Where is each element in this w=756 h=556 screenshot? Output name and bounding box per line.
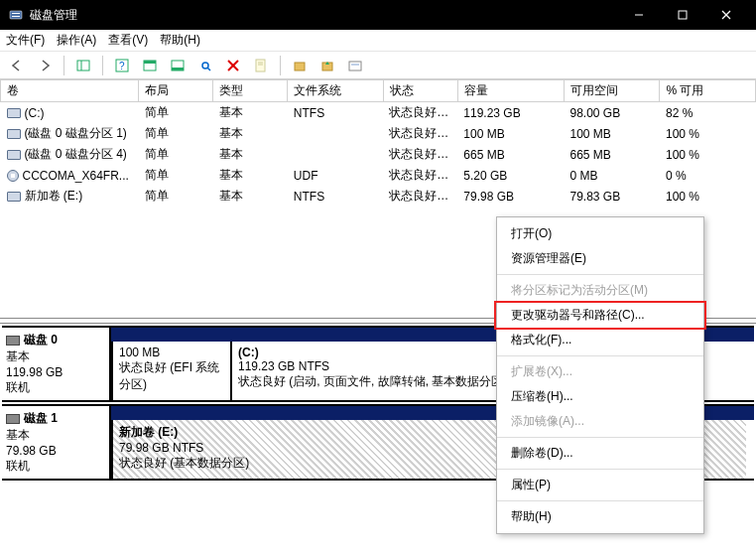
action1-button[interactable] (289, 55, 311, 76)
svg-rect-1 (12, 13, 20, 14)
ctx-open[interactable]: 打开(O) (497, 221, 703, 246)
minimize-button[interactable] (617, 0, 661, 30)
properties-button[interactable] (250, 55, 272, 76)
back-button[interactable] (6, 55, 28, 76)
action3-button[interactable] (344, 55, 366, 76)
ctx-explorer[interactable]: 资源管理器(E) (497, 246, 703, 271)
volume-capacity: 665 MB (457, 144, 564, 165)
volume-percent: 100 % (660, 123, 756, 144)
table-row[interactable]: CCCOMA_X64FR...简单基本UDF状态良好 (...5.20 GB0 … (1, 165, 756, 186)
col-capacity[interactable]: 容量 (457, 80, 564, 102)
volume-fs: NTFS (288, 186, 383, 207)
forward-button[interactable] (34, 55, 56, 76)
show-hide-tree-button[interactable] (72, 55, 94, 76)
cd-icon (7, 170, 19, 182)
volume-status: 状态良好 (... (383, 123, 457, 144)
volume-type: 基本 (213, 165, 288, 186)
disk-icon (7, 129, 21, 139)
disk-icon (6, 414, 20, 424)
toolbar-separator (280, 56, 281, 75)
svg-rect-12 (144, 61, 156, 64)
col-layout[interactable]: 布局 (139, 80, 213, 102)
menu-help[interactable]: 帮助(H) (160, 32, 200, 49)
table-row[interactable]: (C:)简单基本NTFS状态良好 (...119.23 GB98.00 GB82… (1, 102, 756, 124)
volume-name: 新加卷 (E:) (25, 189, 83, 203)
ctx-separator (497, 355, 703, 356)
volume-layout: 简单 (139, 165, 213, 186)
ctx-extend: 扩展卷(X)... (497, 359, 703, 384)
svg-text:?: ? (119, 61, 125, 71)
ctx-change-drive-letter[interactable]: 更改驱动器号和路径(C)... (497, 303, 703, 328)
volume-free: 79.83 GB (565, 186, 660, 207)
svg-rect-0 (10, 11, 22, 19)
volume-name: CCCOMA_X64FR... (23, 169, 129, 183)
volume-type: 基本 (213, 186, 288, 207)
partition[interactable]: 100 MB状态良好 (EFI 系统分区) (111, 342, 230, 400)
disk-icon (6, 336, 20, 346)
volume-type: 基本 (213, 102, 288, 124)
volume-layout: 简单 (139, 186, 213, 207)
volume-free: 0 MB (565, 165, 660, 186)
disk-status: 联机 (6, 379, 105, 396)
disk-info[interactable]: 磁盘 0基本119.98 GB联机 (2, 328, 111, 400)
volume-layout: 简单 (139, 144, 213, 165)
volume-capacity: 100 MB (457, 123, 564, 144)
disk-type: 基本 (6, 348, 105, 365)
disk-icon (7, 192, 21, 202)
view-bottom-button[interactable] (167, 55, 189, 76)
menu-action[interactable]: 操作(A) (57, 32, 96, 49)
ctx-format[interactable]: 格式化(F)... (497, 328, 703, 352)
context-menu: 打开(O) 资源管理器(E) 将分区标记为活动分区(M) 更改驱动器号和路径(C… (496, 216, 704, 534)
ctx-properties[interactable]: 属性(P) (497, 473, 703, 497)
menu-view[interactable]: 查看(V) (108, 32, 148, 49)
partition-size: 100 MB (119, 346, 224, 359)
volume-percent: 82 % (660, 102, 756, 124)
col-type[interactable]: 类型 (213, 80, 288, 102)
delete-button[interactable] (222, 55, 244, 76)
table-row[interactable]: 新加卷 (E:)简单基本NTFS状态良好 (...79.98 GB79.83 G… (1, 186, 756, 207)
disk-info[interactable]: 磁盘 1基本79.98 GB联机 (2, 406, 111, 479)
volume-free: 665 MB (565, 144, 660, 165)
svg-rect-22 (295, 63, 305, 70)
close-button[interactable] (704, 0, 748, 30)
settings-button[interactable] (194, 55, 216, 76)
col-filesystem[interactable]: 文件系统 (288, 80, 383, 102)
ctx-help[interactable]: 帮助(H) (497, 504, 703, 529)
table-row[interactable]: (磁盘 0 磁盘分区 4)简单基本状态良好 (...665 MB665 MB10… (1, 144, 756, 165)
volume-status: 状态良好 (... (383, 102, 457, 124)
col-free[interactable]: 可用空间 (565, 80, 660, 102)
help-button[interactable]: ? (111, 55, 133, 76)
view-top-button[interactable] (139, 55, 161, 76)
disk-size: 119.98 GB (6, 365, 105, 379)
ctx-shrink[interactable]: 压缩卷(H)... (497, 384, 703, 409)
action2-button[interactable] (316, 55, 338, 76)
volume-type: 基本 (213, 123, 288, 144)
col-status[interactable]: 状态 (383, 80, 457, 102)
ctx-separator (497, 437, 703, 438)
col-percent[interactable]: % 可用 (660, 80, 756, 102)
maximize-button[interactable] (661, 0, 704, 30)
svg-rect-14 (172, 68, 184, 70)
window-title: 磁盘管理 (30, 7, 617, 24)
svg-rect-2 (12, 16, 20, 17)
volume-status: 状态良好 (... (383, 186, 457, 207)
ctx-separator (497, 469, 703, 470)
menu-file[interactable]: 文件(F) (6, 32, 45, 49)
volume-status: 状态良好 (... (383, 144, 457, 165)
volume-type: 基本 (213, 144, 288, 165)
ctx-delete-volume[interactable]: 删除卷(D)... (497, 441, 703, 466)
volume-percent: 0 % (660, 165, 756, 186)
disk-name: 磁盘 0 (24, 333, 58, 347)
ctx-add-mirror: 添加镜像(A)... (497, 409, 703, 434)
toolbar-separator (102, 56, 103, 75)
svg-rect-7 (77, 61, 89, 70)
volume-capacity: 119.23 GB (457, 102, 564, 124)
volume-capacity: 5.20 GB (457, 165, 564, 186)
volume-table[interactable]: 卷 布局 类型 文件系统 状态 容量 可用空间 % 可用 (C:)简单基本NTF… (0, 79, 756, 207)
volume-fs: NTFS (288, 102, 383, 124)
col-volume[interactable]: 卷 (1, 80, 139, 102)
volume-layout: 简单 (139, 123, 213, 144)
table-row[interactable]: (磁盘 0 磁盘分区 1)简单基本状态良好 (...100 MB100 MB10… (1, 123, 756, 144)
ctx-separator (497, 500, 703, 501)
svg-rect-4 (679, 11, 687, 19)
